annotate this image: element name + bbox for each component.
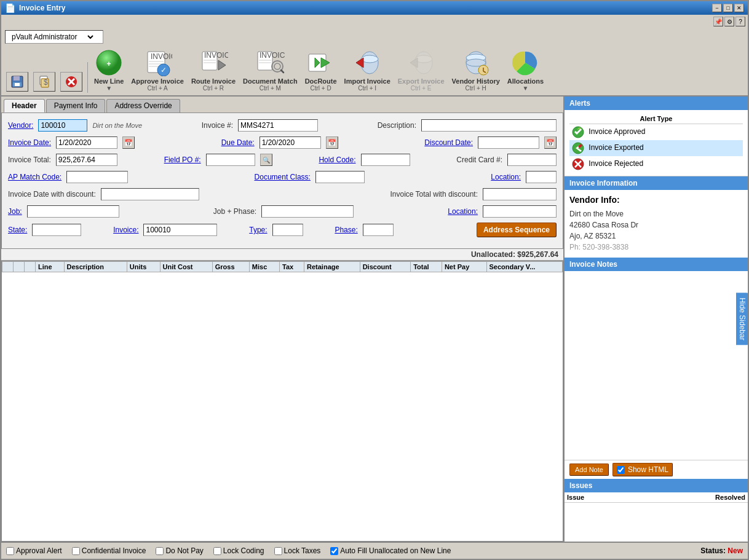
show-html-button[interactable]: Show HTML [612,463,673,476]
due-date-label[interactable]: Due Date: [221,138,255,147]
phase-label[interactable]: Phase: [335,226,357,234]
invoice-total-discount-input[interactable] [483,188,557,200]
delete-button[interactable] [59,71,84,93]
allocations-button[interactable]: Allocations ▼ [505,48,546,93]
alerts-header: Alerts [565,97,748,110]
form-row-1: Vendor: Dirt on the Move Invoice #: Desc… [8,119,557,132]
document-class-input[interactable] [315,171,365,183]
col-discount: Discount [360,262,411,272]
alerts-section: Alerts Alert Type [565,97,748,176]
invoice-total-input[interactable] [56,154,117,166]
do-not-pay-checkbox[interactable] [156,547,164,555]
document-class-label[interactable]: Document Class: [255,173,311,181]
invoice2-input[interactable] [143,224,217,236]
form-area: Vendor: Dirt on the Move Invoice #: Desc… [1,112,563,249]
tab-address-override[interactable]: Address Override [106,99,180,112]
document-match-sublabel: Ctrl + M [260,85,281,92]
do-not-pay-label: Do Not Pay [165,546,203,555]
discount-date-label[interactable]: Discount Date: [424,138,473,147]
invoice-date-cal-button[interactable]: 📅 [122,136,135,149]
description-input[interactable] [421,119,557,132]
vendor-history-label: Vendor History [452,77,500,85]
settings-button[interactable]: ⚙ [724,17,734,26]
type-label[interactable]: Type: [249,226,267,234]
hold-code-label[interactable]: Hold Code: [319,156,355,164]
location-input[interactable] [526,171,557,183]
vendor-history-button[interactable]: Vendor History Ctrl + H [450,48,502,93]
location2-input[interactable] [483,205,557,218]
auto-fill-checkbox[interactable] [330,547,338,555]
invoice2-label[interactable]: Invoice: [113,226,138,234]
lock-taxes-checkbox-item[interactable]: Lock Taxes [274,546,321,555]
ap-match-label[interactable]: AP Match Code: [8,173,61,181]
minimize-button[interactable]: − [712,4,722,12]
auto-fill-checkbox-item[interactable]: Auto Fill Unallocated on New Line [330,546,451,555]
field-po-find-button[interactable]: 🔍 [260,154,272,166]
ap-match-input[interactable] [66,171,128,183]
invoice-lines-table-container[interactable]: Line Description Units Unit Cost Gross M… [1,261,563,542]
hold-code-input[interactable] [361,154,410,166]
approve-invoice-button[interactable]: INVOICE ✓ Approve Invoice Ctrl + A [129,48,186,93]
state-input[interactable] [32,224,81,236]
restore-button[interactable]: □ [723,4,733,12]
invoice-total-discount-label: Invoice Total with discount: [390,190,478,199]
vendor-info-name: Dirt on the Move [569,208,743,219]
location-label[interactable]: Location: [491,173,521,181]
hide-sidebar-button[interactable]: Hide Sidebar [736,293,748,345]
job-label[interactable]: Job: [8,207,22,216]
svg-marker-39 [410,58,418,68]
lock-coding-checkbox-item[interactable]: Lock Coding [213,546,264,555]
pin-button[interactable]: 📌 [713,17,723,26]
discount-date-input[interactable] [478,136,539,149]
confidential-invoice-checkbox[interactable] [72,547,80,555]
user-select[interactable]: pVault Administrator [9,32,95,42]
credit-card-input[interactable] [507,154,557,166]
discount-date-cal-button[interactable]: 📅 [544,136,557,149]
state-label[interactable]: State: [8,226,27,234]
route-invoice-button[interactable]: INVOICE Route Invoice Ctrl + R [189,48,238,93]
location2-label[interactable]: Location: [448,207,478,216]
lock-taxes-checkbox[interactable] [274,547,282,555]
tab-header[interactable]: Header [4,99,45,112]
vendor-input[interactable] [38,119,87,132]
document-match-button[interactable]: INVOICE Document Match Ctrl + M [240,48,300,93]
save-button[interactable] [5,71,30,93]
user-dropdown[interactable]: pVault Administrator [5,30,103,44]
alert-type-col: Alert Type [569,114,743,124]
invoice-date-label[interactable]: Invoice Date: [8,138,51,147]
phase-input[interactable] [363,224,394,236]
col-total: Total [411,262,442,272]
type-input[interactable] [272,224,303,236]
job-phase-input[interactable] [261,205,354,218]
lock-coding-checkbox[interactable] [213,547,221,555]
copy-button[interactable]: $ [32,71,57,93]
vendor-label[interactable]: Vendor: [8,121,33,130]
import-invoice-button[interactable]: Import Invoice Ctrl + I [342,48,393,93]
route-invoice-sublabel: Ctrl + R [203,85,224,92]
approval-alert-checkbox-item[interactable]: Approval Alert [6,546,62,555]
docroute-button[interactable]: DocRoute Ctrl + D [303,48,339,93]
field-po-label[interactable]: Field PO #: [164,156,201,164]
auto-fill-label: Auto Fill Unallocated on New Line [340,546,451,555]
address-sequence-button[interactable]: Address Sequence [477,223,557,237]
new-line-button[interactable]: + New Line ▼ [92,48,126,93]
invoice-notes-content[interactable] [565,271,748,460]
vendor-history-sublabel: Ctrl + H [466,85,486,92]
invoice-date-input[interactable] [56,136,117,149]
due-date-input[interactable] [260,136,321,149]
show-html-checkbox[interactable] [617,466,625,474]
help-button[interactable]: ? [735,17,745,26]
add-note-button[interactable]: Add Note [569,463,609,476]
approval-alert-checkbox[interactable] [6,547,14,555]
invoice-date-discount-input[interactable] [101,188,199,200]
field-po-input[interactable] [206,154,255,166]
export-invoice-button[interactable]: Export Invoice Ctrl + E [395,48,447,93]
confidential-invoice-checkbox-item[interactable]: Confidential Invoice [72,546,146,555]
close-button[interactable]: ✕ [734,4,744,12]
vendor-name-display: Dirt on the Move [92,122,142,129]
do-not-pay-checkbox-item[interactable]: Do Not Pay [156,546,203,555]
tab-payment-info[interactable]: Payment Info [46,99,106,112]
due-date-cal-button[interactable]: 📅 [326,136,338,149]
invoice-num-input[interactable] [238,119,318,132]
job-input[interactable] [27,205,119,218]
